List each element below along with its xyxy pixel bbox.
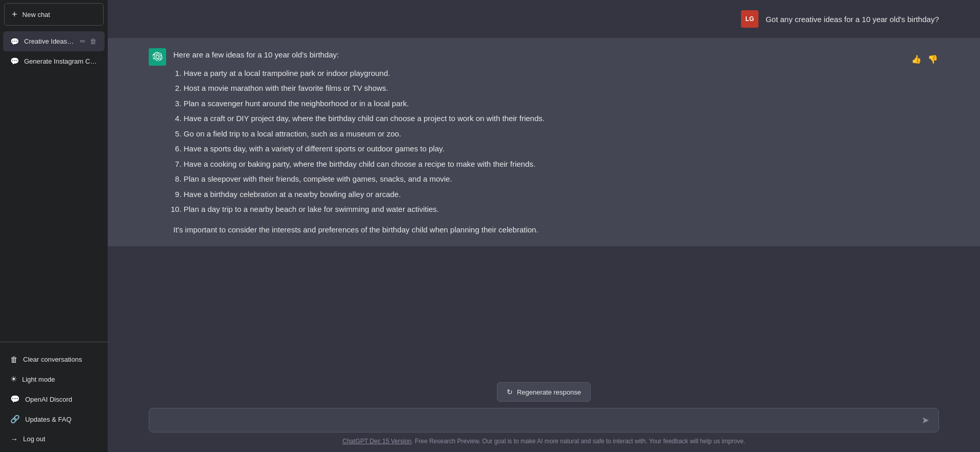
updates-label: Updates & FAQ xyxy=(25,416,71,423)
main-content: LG Got any creative ideas for a 10 year … xyxy=(108,0,980,452)
clear-label: Clear conversations xyxy=(23,356,82,363)
list-item: Host a movie marathon with their favorit… xyxy=(184,82,939,95)
list-item: Plan a day trip to a nearby beach or lak… xyxy=(184,203,939,216)
assistant-list: Have a party at a local trampoline park … xyxy=(173,67,939,216)
conversations-list: 💬 Creative Ideas for 10yr ✏ 🗑 💬 Generate… xyxy=(0,29,108,338)
list-item: Have a cooking or baking party, where th… xyxy=(184,158,939,171)
assistant-intro: Here are a few ideas for a 10 year old's… xyxy=(173,50,339,59)
discord-icon: 💬 xyxy=(10,395,20,404)
assistant-avatar xyxy=(149,48,166,66)
assistant-message-row: Here are a few ideas for a 10 year old's… xyxy=(108,38,980,246)
edit-conv-button[interactable]: ✏ xyxy=(79,36,87,46)
updates-icon: 🔗 xyxy=(10,415,20,424)
regenerate-row: ↻ Regenerate response xyxy=(149,382,939,402)
chat-icon: 💬 xyxy=(10,37,19,46)
send-button[interactable]: ➤ xyxy=(919,414,931,427)
regenerate-button[interactable]: ↻ Regenerate response xyxy=(497,382,591,402)
input-row: ➤ xyxy=(149,408,939,433)
user-message-content: LG Got any creative ideas for a 10 year … xyxy=(741,10,939,28)
logout-icon: → xyxy=(10,435,18,443)
clear-icon: 🗑 xyxy=(10,355,18,364)
sidebar-item-conv-2[interactable]: 💬 Generate Instagram Caption xyxy=(3,52,105,70)
bottom-area: ↻ Regenerate response ➤ ChatGPT Dec 15 V… xyxy=(108,374,980,452)
sidebar-bottom-item-updates[interactable]: 🔗 Updates & FAQ xyxy=(3,409,105,429)
assistant-text: Here are a few ideas for a 10 year old's… xyxy=(173,48,939,236)
new-chat-label: New chat xyxy=(23,11,50,18)
user-avatar: LG xyxy=(741,10,758,28)
user-question: Got any creative ideas for a 10 year old… xyxy=(766,10,939,26)
chat-area: LG Got any creative ideas for a 10 year … xyxy=(108,0,980,374)
thumbs-down-button[interactable]: 👎 xyxy=(927,53,939,65)
sidebar-divider xyxy=(0,342,108,342)
footer-description: . Free Research Preview. Our goal is to … xyxy=(411,438,745,445)
list-item: Go on a field trip to a local attraction… xyxy=(184,127,939,141)
new-chat-button[interactable]: + New chat xyxy=(4,3,104,26)
sidebar-bottom-item-discord[interactable]: 💬 OpenAI Discord xyxy=(3,389,105,409)
list-item: Have a party at a local trampoline park … xyxy=(184,67,939,80)
list-item: Plan a sleepover with their friends, com… xyxy=(184,172,939,186)
openai-icon xyxy=(152,52,163,62)
regenerate-icon: ↻ xyxy=(507,388,513,396)
discord-label: OpenAI Discord xyxy=(25,396,72,403)
sidebar: + New chat 💬 Creative Ideas for 10yr ✏ 🗑… xyxy=(0,0,108,452)
delete-conv-button[interactable]: 🗑 xyxy=(89,36,97,46)
regenerate-label: Regenerate response xyxy=(517,388,581,396)
logout-label: Log out xyxy=(23,435,45,443)
conv-label: Creative Ideas for 10yr xyxy=(24,37,74,45)
sidebar-bottom-item-light[interactable]: ☀ Light mode xyxy=(3,369,105,389)
conv-actions: ✏ 🗑 xyxy=(79,36,97,46)
light-icon: ☀ xyxy=(10,375,17,384)
thumbs-up-button[interactable]: 👍 xyxy=(910,53,923,65)
chat-input[interactable] xyxy=(156,414,919,426)
list-item: Have a craft or DIY project day, where t… xyxy=(184,112,939,125)
sidebar-bottom-item-logout[interactable]: → Log out xyxy=(3,429,105,448)
footer-text: ChatGPT Dec 15 Version. Free Research Pr… xyxy=(149,433,939,452)
sidebar-bottom: 🗑 Clear conversations ☀ Light mode 💬 Ope… xyxy=(0,346,108,452)
sidebar-bottom-item-clear[interactable]: 🗑 Clear conversations xyxy=(3,350,105,369)
chat-icon: 💬 xyxy=(10,57,19,65)
conv-label: Generate Instagram Caption xyxy=(24,57,97,65)
sidebar-item-conv-1[interactable]: 💬 Creative Ideas for 10yr ✏ 🗑 xyxy=(3,31,105,51)
footer-link[interactable]: ChatGPT Dec 15 Version xyxy=(343,438,412,445)
list-item: Have a sports day, with a variety of dif… xyxy=(184,142,939,155)
plus-icon: + xyxy=(12,10,17,19)
assistant-closing: It's important to consider the interests… xyxy=(173,223,939,237)
list-item: Plan a scavenger hunt around the neighbo… xyxy=(184,97,939,110)
light-label: Light mode xyxy=(22,376,55,383)
assistant-feedback: 👍 👎 xyxy=(910,53,939,65)
user-message-row: LG Got any creative ideas for a 10 year … xyxy=(108,0,980,38)
list-item: Have a birthday celebration at a nearby … xyxy=(184,188,939,201)
assistant-content: Here are a few ideas for a 10 year old's… xyxy=(173,48,939,236)
